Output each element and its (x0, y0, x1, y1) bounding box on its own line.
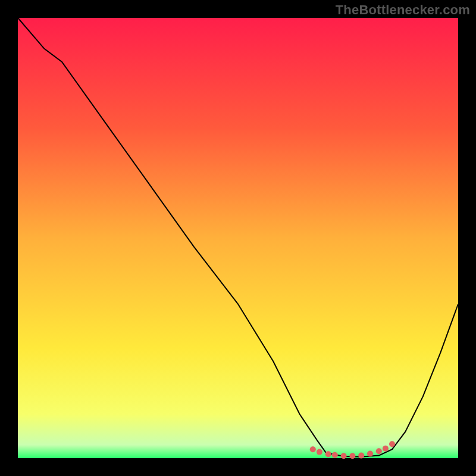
marker-point (332, 452, 338, 458)
marker-point (376, 448, 382, 454)
marker-point (367, 451, 373, 457)
attribution-label: TheBottlenecker.com (336, 2, 470, 18)
marker-point (341, 453, 347, 459)
marker-point (383, 446, 389, 452)
marker-point (317, 449, 322, 455)
marker-point (389, 441, 395, 447)
plot-background (18, 18, 458, 458)
marker-point (325, 451, 331, 457)
bottleneck-chart (0, 0, 476, 476)
marker-point (358, 453, 364, 459)
marker-point (349, 453, 355, 459)
chart-root: { "attribution": "TheBottlenecker.com", … (0, 0, 476, 476)
marker-point (310, 446, 316, 452)
